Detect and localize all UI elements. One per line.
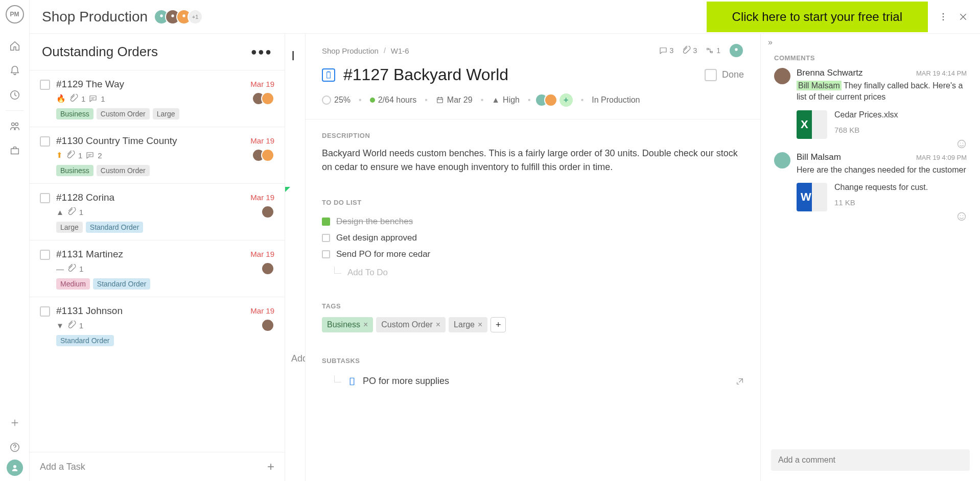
task-checkbox[interactable] (40, 80, 50, 90)
column-menu[interactable]: ●●● (251, 46, 272, 58)
comment-author[interactable]: Brenna Schwartz (797, 68, 862, 78)
task-checkbox[interactable] (40, 136, 50, 147)
remove-tag-icon[interactable]: × (478, 320, 482, 329)
close-button[interactable] (959, 12, 968, 21)
column-title: Outstanding Orders (42, 44, 251, 60)
description-text[interactable]: Backyard World needs custom benches. Thi… (322, 147, 744, 174)
comment-count: 2 (98, 151, 102, 160)
assignee-avatar (261, 262, 274, 275)
task-card[interactable]: #1131 Johnson Mar 19 ▼ 1 Standard Order (30, 297, 285, 353)
file-type-icon: X (797, 110, 827, 139)
task-checkbox[interactable] (40, 250, 50, 260)
comment-text: Here are the changes needed for the cust… (797, 164, 967, 176)
file-name: Cedar Prices.xlsx (834, 110, 898, 119)
add-icon[interactable] (9, 417, 21, 429)
task-card-title: #1131 Johnson (56, 305, 274, 317)
todo-text: Design the benches (336, 217, 413, 227)
task-card[interactable]: #1128 Corina Mar 19 ▲ 1 LargeStandard Or… (30, 183, 285, 240)
breadcrumb-parent[interactable]: W1-6 (391, 46, 409, 55)
todo-item[interactable]: Design the benches (322, 213, 744, 230)
task-tag[interactable]: Custom Order (97, 108, 150, 119)
task-title[interactable]: #1127 Backyard World (343, 65, 705, 84)
notifications-icon[interactable] (9, 64, 21, 77)
comment-avatar[interactable] (774, 152, 790, 169)
add-tag-button[interactable]: + (491, 317, 506, 332)
assignee-avatar (261, 205, 274, 219)
comment-avatar[interactable] (774, 68, 790, 84)
comment-input[interactable] (771, 449, 970, 471)
subtask-title[interactable]: PO for more supplies (363, 376, 449, 387)
attachment[interactable]: W Change requests for cust. 11 KB (797, 183, 967, 211)
logo[interactable]: PM (6, 5, 24, 23)
remove-tag-icon[interactable]: × (363, 320, 368, 329)
todo-item[interactable]: Get design approved (322, 230, 744, 246)
task-tag[interactable]: Large (153, 108, 179, 119)
priority-icon: ▲ (56, 208, 64, 217)
attachment-icon (67, 321, 76, 330)
assignees[interactable]: + (539, 93, 573, 107)
svg-point-17 (960, 215, 961, 217)
todo-checkbox[interactable] (322, 218, 330, 226)
file-name: Change requests for cust. (834, 183, 928, 192)
task-card-title: #1128 Corina (56, 192, 274, 203)
user-mention[interactable]: Bill Malsam (797, 81, 842, 90)
add-task-input[interactable]: Add a Task (40, 462, 85, 472)
team-icon[interactable] (9, 120, 21, 132)
home-icon[interactable] (9, 40, 21, 52)
svg-point-15 (963, 142, 964, 143)
stat-attachments[interactable]: 3 (682, 46, 697, 55)
detail-tag[interactable]: Business × (322, 317, 373, 332)
todo-checkbox[interactable] (322, 250, 330, 258)
user-avatar[interactable] (7, 460, 23, 476)
task-tag[interactable]: Custom Order (97, 165, 150, 176)
task-card[interactable]: #1129 The Way Mar 19 🔥 1 1 BusinessCusto… (30, 70, 285, 127)
expand-subtask-icon[interactable] (736, 377, 744, 386)
trial-banner[interactable]: Click here to start your free trial (707, 2, 928, 32)
task-tag[interactable]: Medium (56, 278, 90, 290)
status-label[interactable]: In Production (592, 95, 640, 105)
due-date[interactable]: Mar 29 (436, 95, 473, 105)
task-tag[interactable]: Large (56, 222, 83, 233)
more-menu[interactable] (938, 12, 948, 22)
task-card[interactable]: #1131 Martinez Mar 19 — 1 MediumStandard… (30, 240, 285, 297)
task-owner-avatar[interactable] (729, 43, 744, 58)
attachment[interactable]: X Cedar Prices.xlsx 768 KB (797, 110, 967, 139)
add-assignee-button[interactable]: + (559, 93, 573, 107)
done-checkbox[interactable] (705, 69, 717, 81)
detail-tag[interactable]: Large × (449, 317, 487, 332)
add-task-button[interactable]: + (267, 460, 274, 474)
remove-tag-icon[interactable]: × (436, 320, 440, 329)
task-tag[interactable]: Standard Order (86, 222, 144, 233)
portfolio-icon[interactable] (9, 145, 21, 157)
description-label: DESCRIPTION (322, 132, 744, 139)
task-card[interactable]: #1130 Country Time County Mar 19 ⬆ 1 2 B… (30, 127, 285, 183)
peek-add-task[interactable]: Add (291, 353, 306, 364)
project-members[interactable]: +1 (158, 9, 203, 25)
todo-item[interactable]: Send PO for more cedar (322, 246, 744, 262)
stat-subtasks[interactable]: 1 (705, 46, 720, 55)
attachment-icon (66, 151, 75, 160)
recent-icon[interactable] (9, 89, 21, 101)
active-marker (285, 187, 290, 192)
task-tag[interactable]: Standard Order (56, 335, 114, 346)
extra-members-count[interactable]: +1 (188, 9, 203, 25)
task-checkbox[interactable] (40, 306, 50, 317)
emoji-react-button[interactable] (956, 139, 967, 149)
collapse-comments-button[interactable]: » (768, 38, 773, 47)
stat-comments[interactable]: 3 (659, 46, 674, 55)
priority[interactable]: ▲ High (492, 95, 520, 105)
emoji-react-button[interactable] (956, 211, 967, 222)
hours-indicator[interactable]: 2/64 hours (370, 95, 417, 105)
subtask-icon (347, 377, 357, 386)
add-todo-input[interactable]: Add To Do (347, 268, 388, 278)
task-tag[interactable]: Business (56, 108, 94, 119)
detail-tag[interactable]: Custom Order × (376, 317, 446, 332)
comment-author[interactable]: Bill Malsam (797, 152, 841, 162)
breadcrumb-project[interactable]: Shop Production (322, 46, 379, 55)
todo-checkbox[interactable] (322, 234, 330, 242)
help-icon[interactable] (9, 441, 21, 453)
task-tag[interactable]: Standard Order (93, 278, 151, 290)
task-checkbox[interactable] (40, 193, 50, 203)
task-tag[interactable]: Business (56, 165, 94, 176)
progress-indicator[interactable]: 25% (322, 95, 351, 105)
